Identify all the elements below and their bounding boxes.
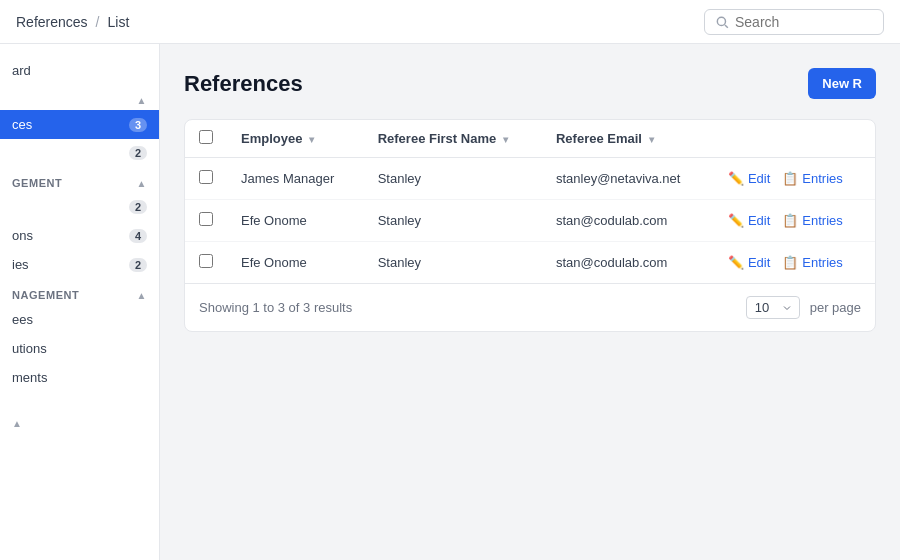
chevron-up-icon-4: ▲	[12, 418, 22, 429]
sidebar-item-nm3-label: ments	[12, 370, 47, 385]
row-employee-2: Efe Onome	[227, 242, 364, 284]
pagination-showing: Showing 1 to 3 of 3 results	[199, 300, 352, 315]
row-check-col	[185, 200, 227, 242]
page-title: References	[184, 71, 303, 97]
row-employee-1: Efe Onome	[227, 200, 364, 242]
search-input[interactable]	[735, 14, 873, 30]
sidebar-item-item2[interactable]: 2	[0, 139, 159, 167]
row-referee-fn-2: Stanley	[364, 242, 542, 284]
sidebar-item-nm2[interactable]: utions	[0, 334, 159, 363]
references-table: Employee ▾ Referee First Name ▾ Referee …	[185, 120, 875, 283]
entries-icon-2: 📋	[782, 255, 798, 270]
row-checkbox-1[interactable]	[199, 212, 213, 226]
per-page-select[interactable]: 102550100	[746, 296, 800, 319]
row-check-col	[185, 158, 227, 200]
row-referee-fn-1: Stanley	[364, 200, 542, 242]
page-header: References New R	[184, 68, 876, 99]
sidebar-item-nm2-label: utions	[12, 341, 47, 356]
sidebar-item-mgmt1-badge: 2	[129, 200, 147, 214]
select-all-checkbox[interactable]	[199, 130, 213, 144]
sidebar-item-mgmt2[interactable]: ons 4	[0, 221, 159, 250]
breadcrumb-list: List	[107, 14, 129, 30]
edit-button-2[interactable]: ✏️ Edit	[728, 255, 770, 270]
sidebar-section-1-header: ▲	[0, 85, 159, 110]
table-header-row: Employee ▾ Referee First Name ▾ Referee …	[185, 120, 875, 158]
row-checkbox-2[interactable]	[199, 254, 213, 268]
row-actions-0: ✏️ Edit 📋 Entries	[714, 158, 875, 200]
chevron-up-icon-2: ▲	[137, 178, 147, 189]
sidebar-section-4-header: ▲	[0, 408, 159, 433]
sidebar-item-mgmt1[interactable]: 2	[0, 193, 159, 221]
sidebar-item-item2-badge: 2	[129, 146, 147, 160]
breadcrumb-references[interactable]: References	[16, 14, 88, 30]
sidebar-item-mgmt3-label: ies	[12, 257, 29, 272]
col-employee: Employee ▾	[227, 120, 364, 158]
edit-icon-0: ✏️	[728, 171, 744, 186]
sidebar-section-3-header: NAGEMENT ▲	[0, 279, 159, 305]
top-nav: References / List	[0, 0, 900, 44]
sort-arrow-referee-email: ▾	[649, 134, 654, 145]
references-table-container: Employee ▾ Referee First Name ▾ Referee …	[184, 119, 876, 332]
sidebar-item-nm3[interactable]: ments	[0, 363, 159, 392]
row-employee-0: James Manager	[227, 158, 364, 200]
sidebar-label-board: ard	[12, 63, 31, 78]
edit-icon-1: ✏️	[728, 213, 744, 228]
sidebar-item-mgmt2-label: ons	[12, 228, 33, 243]
row-referee-email-1: stan@codulab.com	[542, 200, 714, 242]
select-all-col	[185, 120, 227, 158]
row-actions-2: ✏️ Edit 📋 Entries	[714, 242, 875, 284]
row-check-col	[185, 242, 227, 284]
entries-button-0[interactable]: 📋 Entries	[782, 171, 842, 186]
sidebar-item-mgmt3[interactable]: ies 2	[0, 250, 159, 279]
sidebar-section-2-label: GEMENT	[12, 177, 62, 189]
sort-arrow-employee: ▾	[309, 134, 314, 145]
row-referee-email-0: stanley@netaviva.net	[542, 158, 714, 200]
col-referee-email: Referee Email ▾	[542, 120, 714, 158]
svg-point-0	[717, 17, 725, 25]
sidebar-item-references-badge: 3	[129, 118, 147, 132]
edit-button-0[interactable]: ✏️ Edit	[728, 171, 770, 186]
chevron-up-icon-3: ▲	[137, 290, 147, 301]
pagination-bar: Showing 1 to 3 of 3 results 102550100 pe…	[185, 283, 875, 331]
main-content: References New R Employee ▾ Refere	[160, 44, 900, 560]
entries-icon-1: 📋	[782, 213, 798, 228]
sidebar-item-board[interactable]: ard	[0, 56, 159, 85]
search-icon	[715, 15, 729, 29]
col-referee-first-name: Referee First Name ▾	[364, 120, 542, 158]
row-actions-1: ✏️ Edit 📋 Entries	[714, 200, 875, 242]
sidebar-section-3-label: NAGEMENT	[12, 289, 79, 301]
sidebar-item-nm1[interactable]: ees	[0, 305, 159, 334]
sidebar-item-mgmt2-badge: 4	[129, 229, 147, 243]
sidebar-section-2-header: GEMENT ▲	[0, 167, 159, 193]
row-referee-email-2: stan@codulab.com	[542, 242, 714, 284]
col-actions	[714, 120, 875, 158]
svg-line-1	[725, 24, 728, 27]
row-checkbox-0[interactable]	[199, 170, 213, 184]
table-row: Efe Onome Stanley stan@codulab.com ✏️ Ed…	[185, 242, 875, 284]
sidebar-item-references[interactable]: ces 3	[0, 110, 159, 139]
table-row: James Manager Stanley stanley@netaviva.n…	[185, 158, 875, 200]
edit-button-1[interactable]: ✏️ Edit	[728, 213, 770, 228]
sidebar-item-references-label: ces	[12, 117, 32, 132]
entries-icon-0: 📋	[782, 171, 798, 186]
new-reference-button[interactable]: New R	[808, 68, 876, 99]
layout: ard ▲ ces 3 2 GEMENT ▲ 2 ons 4 ies 2	[0, 44, 900, 560]
sidebar-item-mgmt3-badge: 2	[129, 258, 147, 272]
entries-button-1[interactable]: 📋 Entries	[782, 213, 842, 228]
chevron-up-icon: ▲	[137, 95, 147, 106]
row-referee-fn-0: Stanley	[364, 158, 542, 200]
search-box	[704, 9, 884, 35]
edit-icon-2: ✏️	[728, 255, 744, 270]
sidebar-item-nm1-label: ees	[12, 312, 33, 327]
table-row: Efe Onome Stanley stan@codulab.com ✏️ Ed…	[185, 200, 875, 242]
breadcrumb-separator: /	[96, 14, 100, 30]
sidebar: ard ▲ ces 3 2 GEMENT ▲ 2 ons 4 ies 2	[0, 44, 160, 560]
entries-button-2[interactable]: 📋 Entries	[782, 255, 842, 270]
per-page-label: per page	[810, 300, 861, 315]
sort-arrow-referee-fn: ▾	[503, 134, 508, 145]
